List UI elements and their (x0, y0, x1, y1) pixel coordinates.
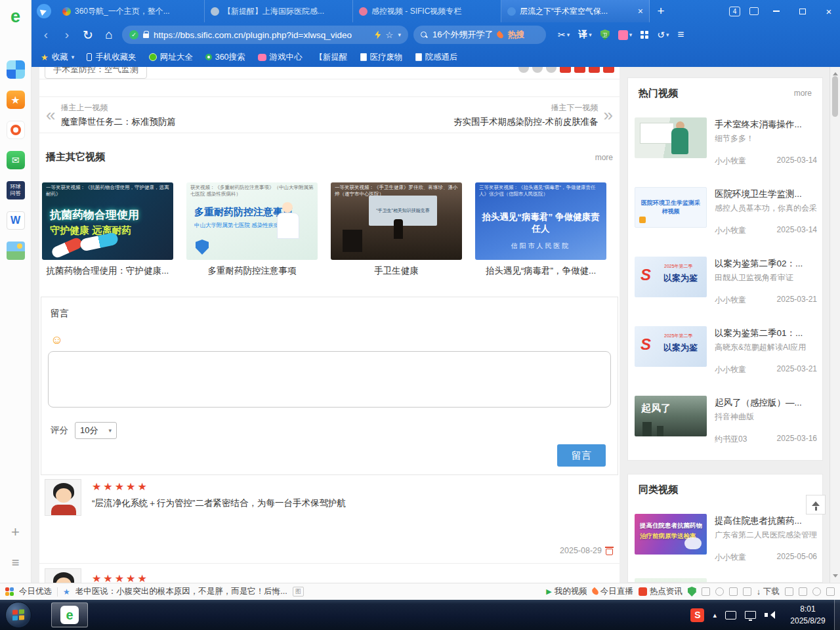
show-desktop-button[interactable] (834, 600, 840, 630)
video-title[interactable]: 以案为鉴第二季02：... (715, 258, 817, 270)
video-thumbnail[interactable]: 获奖视频：《多重耐药防控注意事项》（中山大学附属第七医院 感染性疾病科） 多重耐… (186, 182, 318, 260)
mail-icon[interactable]: ✉ (7, 151, 25, 169)
undo-icon[interactable]: ↺▾ (657, 30, 669, 40)
video-list-item[interactable]: 提高住院患者抗菌药物 治疗前病原学送检率 提高住院患者抗菌药... 广东省第二人… (635, 514, 817, 574)
network-monitor-icon[interactable] (745, 611, 756, 619)
tab-3[interactable]: 感控视频 - SIFIC视频专栏 (353, 0, 501, 22)
tab-4-active[interactable]: 层流之下“手术室空气保...× (501, 0, 650, 22)
scrollbar[interactable] (830, 67, 840, 583)
author[interactable]: 约书亚03 (715, 434, 747, 445)
maximize-button[interactable] (794, 4, 811, 18)
video-title[interactable]: 多重耐药防控注意事项 (186, 265, 318, 277)
security-guard-icon[interactable]: 卫 (600, 30, 610, 40)
bookmark-medical-waste[interactable]: 医疗废物 (360, 52, 403, 63)
refresh-icon[interactable] (715, 587, 724, 596)
bookmark-yuangan[interactable]: 院感通后 (415, 52, 458, 63)
forward-icon[interactable]: › (59, 26, 75, 43)
emoji-icon[interactable]: ☺ (51, 333, 63, 347)
today-picks-label[interactable]: 今日优选 (19, 586, 52, 597)
bookmark-new-notice[interactable]: 【新提醒 (315, 52, 348, 63)
minimize-button[interactable] (768, 4, 785, 18)
add-icon[interactable]: + (11, 524, 20, 541)
taskbar-clock[interactable]: 8:01 2025/8/29 (782, 603, 833, 627)
home-icon[interactable]: ⌂ (101, 26, 117, 43)
taskbar-browser-button[interactable]: e (51, 602, 88, 627)
live-link[interactable]: 今日直播 (593, 586, 633, 597)
skin-icon[interactable] (749, 7, 759, 15)
my-videos-link[interactable]: ▶我的视频 (546, 586, 587, 597)
video-list-item[interactable]: 手术室终末消毒操作... 细节多多！ 小小牧童2025-03-14 (635, 117, 817, 178)
comment-textarea[interactable] (48, 351, 611, 408)
forward-share-icon[interactable] (546, 67, 556, 73)
url-text[interactable]: https://bbs.sific.com.cn/plugin.php?id=x… (154, 30, 370, 40)
close-button[interactable]: × (820, 4, 837, 18)
video-title[interactable]: 起风了（感控版）—... (715, 397, 817, 409)
back-icon[interactable]: ‹ (38, 26, 54, 43)
back-to-top-button[interactable] (806, 495, 826, 514)
share-weibo-icon[interactable] (560, 67, 571, 73)
bookmark-favorites[interactable]: ★收藏▾ (41, 52, 74, 63)
assistant-icon[interactable] (32, 0, 56, 22)
video-thumbnail[interactable]: S 2025年第二季 以案为鉴 (635, 257, 707, 297)
qa-app-icon[interactable]: 环球问答 (7, 181, 25, 200)
submit-comment-button[interactable]: 留言 (557, 444, 606, 467)
video-list-item[interactable]: S 2025年第二季 以案为鉴 以案为鉴第二季01：... 高晓东&范鹏超解读A… (635, 326, 817, 387)
download-button[interactable]: ↓下载 (757, 586, 780, 597)
list-menu-icon[interactable]: ≡ (12, 555, 20, 570)
author[interactable]: 小小牧童 (715, 364, 746, 375)
share-qq-icon[interactable] (574, 67, 585, 73)
start-button[interactable] (5, 602, 32, 628)
video-thumbnail[interactable]: 起风了 (635, 396, 707, 436)
bookmark-360-search[interactable]: 360搜索 (205, 52, 245, 63)
more-link[interactable]: more (595, 153, 613, 162)
favorites-star-icon[interactable]: ★ (7, 91, 25, 109)
next-video-link[interactable]: 播主下一视频夯实围手术期感染防控-术前皮肤准备 » (453, 102, 613, 128)
chevron-down-icon[interactable]: ▾ (398, 32, 401, 38)
browser-logo-icon[interactable]: e (10, 7, 20, 27)
share-wechat-icon[interactable] (603, 67, 614, 73)
keyboard-icon[interactable] (725, 611, 736, 620)
share-qzone-icon[interactable] (589, 67, 600, 73)
delete-trash-icon[interactable] (606, 547, 613, 555)
bookmark-site-directory[interactable]: 网址大全 (149, 52, 193, 63)
favorite-star-icon[interactable]: ☆ (385, 30, 393, 40)
address-bar[interactable]: ✓ https://bbs.sific.com.cn/plugin.php?id… (122, 26, 408, 44)
video-title[interactable]: 提高住院患者抗菌药... (715, 515, 817, 527)
tab-2[interactable]: 【新提醒】上海国际医院感... (205, 0, 353, 22)
author[interactable]: 小小牧童 (715, 552, 746, 563)
like-icon[interactable] (518, 67, 529, 73)
pinwheel-icon[interactable] (7, 60, 25, 79)
search-box[interactable]: 16个外甥开学了 热搜 (413, 26, 546, 44)
tab-count-badge[interactable]: 4 (729, 7, 740, 16)
game-center-icon[interactable]: ▾ (618, 30, 633, 40)
screenshot-scissors-icon[interactable]: ✂▾ (558, 30, 570, 40)
tray-expand-icon[interactable]: ▴ (713, 611, 717, 620)
video-list-item[interactable]: 起风了 起风了（感控版）—... 抖音神曲版 约书亚032025-03-16 (635, 396, 817, 456)
video-list-item[interactable]: 医院环境卫生学监测采样视频 医院环境卫生学监测... 感控人员基本功，你真的会采… (635, 187, 817, 247)
video-thumbnail[interactable]: 医院环境卫生学监测采样视频 (635, 187, 707, 228)
author[interactable]: 小小牧童 (715, 225, 746, 236)
rating-select[interactable]: 10分 ▾ (75, 422, 117, 439)
video-title[interactable]: 以案为鉴第二季01：... (715, 327, 817, 339)
sogou-input-icon[interactable]: S (690, 608, 704, 622)
cloud-icon[interactable] (729, 587, 738, 596)
camera-lens-icon[interactable] (7, 121, 25, 139)
video-thumbnail[interactable]: 一等奖获奖视频：《手卫生健康》罗佳欣、蒋琢珍、潘小烨（遂宁市中心医院） “手卫生… (331, 182, 462, 260)
video-thumbnail[interactable] (635, 117, 707, 158)
news-ticker[interactable]: 老中医说：小腹突出的根本原因，不是胖，而是它！后悔... (75, 586, 287, 597)
hot-search-label[interactable]: 热搜 (507, 29, 524, 41)
author[interactable]: 小小牧童 (715, 156, 746, 167)
scroll-up-arrow[interactable] (833, 70, 838, 75)
scrollbar-thumb[interactable] (832, 76, 838, 117)
video-list-item[interactable]: S 2025年第二季 以案为鉴 以案为鉴第二季02：... 田靓从卫监视角看审证… (635, 257, 817, 317)
more-link[interactable]: more (794, 89, 812, 98)
split-screen-icon[interactable] (640, 31, 648, 39)
video-thumbnail[interactable] (635, 578, 707, 583)
translate-icon[interactable]: 译▾ (578, 29, 592, 41)
window-icon[interactable] (799, 587, 807, 596)
speaker-icon[interactable] (765, 610, 774, 620)
video-title[interactable]: 抬头遇见“病毒君”，争做健... (475, 265, 606, 277)
video-list-item[interactable] (635, 578, 817, 583)
refresh-icon[interactable]: ↻ (80, 26, 96, 43)
plugin-icon[interactable] (743, 587, 751, 596)
